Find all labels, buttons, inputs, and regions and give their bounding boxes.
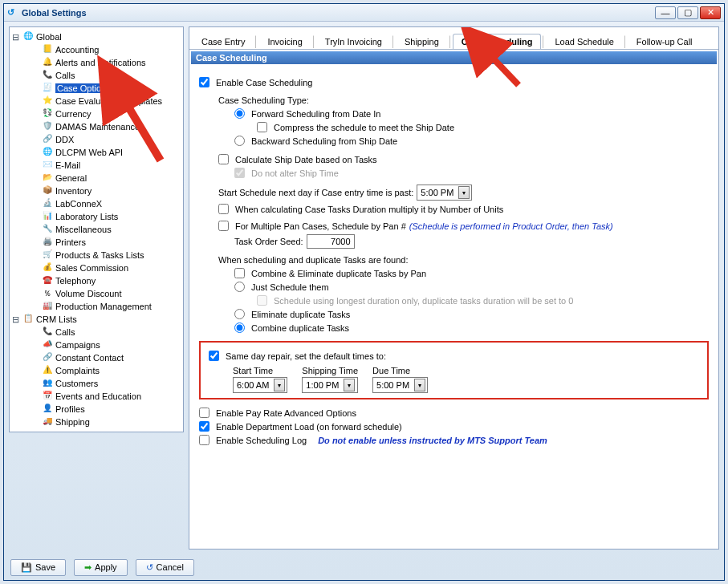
next-day-time-select[interactable]: 5:00 PM▾ [417, 185, 472, 201]
cancel-button[interactable]: ↺Cancel [136, 559, 194, 576]
apply-button[interactable]: ➡Apply [74, 559, 128, 576]
minimize-button[interactable]: — [655, 6, 676, 19]
section-header: Case Scheduling [191, 51, 717, 64]
expander-icon[interactable]: ⊟ [11, 32, 20, 43]
tree-item-label: Events and Education [55, 391, 141, 401]
tree-item-label: Calls [55, 71, 75, 80]
backward-scheduling-radio[interactable] [234, 136, 245, 146]
tree-item-icon: 📦 [42, 185, 53, 197]
tree-item-label: Laboratory Lists [55, 212, 118, 221]
just-schedule-radio[interactable] [234, 282, 245, 292]
due-time-select[interactable]: 5:00 PM▾ [372, 377, 428, 393]
tree-item[interactable]: 💱Currency [11, 107, 181, 120]
tree-item[interactable]: ☎️Telephony [11, 274, 181, 287]
tree-item[interactable]: 📒Accounting [11, 43, 181, 56]
tree-item-icon: 🏭 [42, 301, 53, 312]
same-day-repair-checkbox[interactable] [209, 351, 219, 361]
tree-item[interactable]: ✉️E-Mail [11, 159, 181, 172]
dropdown-icon[interactable]: ▾ [414, 379, 425, 391]
save-button[interactable]: 💾Save [10, 559, 66, 576]
tree-item-icon: ％ [42, 288, 53, 299]
tab-shipping[interactable]: Shipping [396, 34, 448, 49]
undo-icon: ↺ [146, 562, 153, 573]
multi-pan-checkbox[interactable] [218, 221, 229, 231]
enable-case-scheduling-checkbox[interactable] [199, 77, 209, 87]
tree-item-label: Inventory [55, 186, 92, 196]
tree-item[interactable]: 🖨️Printers [11, 236, 181, 249]
tree-item-label: Products & Tasks Lists [55, 250, 144, 260]
tree-item-label: Miscellaneous [55, 225, 112, 234]
tree-item[interactable]: 🧾Case Options [11, 82, 181, 95]
tree-item-icon: 🛡️ [42, 121, 53, 132]
tree-item[interactable]: 📦Inventory [11, 185, 181, 197]
multiply-by-units-checkbox[interactable] [218, 204, 229, 214]
scheduling-log-checkbox[interactable] [199, 435, 209, 445]
calc-ship-date-checkbox[interactable] [218, 154, 229, 164]
tab-invoicing[interactable]: Invoicing [258, 34, 311, 49]
shipping-time-select[interactable]: 1:00 PM▾ [302, 377, 358, 393]
tree-item-label: Sales Commission [55, 263, 128, 273]
tree-view[interactable]: ⊟🌐Global📒Accounting🔔Alerts and Notificat… [9, 26, 184, 432]
task-order-seed-input[interactable] [307, 234, 355, 249]
tab-case-scheduling[interactable]: Case Scheduling [453, 34, 542, 49]
combine-eliminate-by-pan-checkbox[interactable] [234, 268, 245, 278]
tree-item[interactable]: ⊟📋CRM Lists [11, 313, 181, 326]
tree-item[interactable]: 📞Calls [11, 69, 181, 82]
eliminate-duplicate-radio[interactable] [234, 309, 245, 319]
tree-item[interactable]: 📅Events and Education [11, 390, 181, 403]
tree-item[interactable]: 👤Profiles [11, 403, 181, 416]
tab-follow-up-call[interactable]: Follow-up Call [628, 34, 702, 49]
tree-item[interactable]: ⚠️Complaints [11, 364, 181, 377]
tree-item-label: General [55, 173, 87, 183]
tree-item-icon: 👤 [42, 404, 53, 415]
tree-item[interactable]: 🚚Shipping [11, 416, 181, 428]
tree-item[interactable]: ⊟🌐Global [11, 30, 181, 43]
tree-item[interactable]: 🌐DLCPM Web API [11, 146, 181, 159]
close-button[interactable]: ✕ [700, 6, 721, 19]
dropdown-icon[interactable]: ▾ [344, 379, 355, 391]
maximize-button[interactable]: ▢ [677, 6, 698, 19]
tree-item-icon: 📞 [42, 70, 53, 81]
tree-item[interactable]: 🏭Production Management [11, 300, 181, 313]
longest-duration-checkbox [257, 295, 267, 306]
expander-icon[interactable]: ⊟ [11, 314, 20, 325]
tree-item[interactable]: 📂General [11, 172, 181, 185]
tree-item[interactable]: 🛡️DAMAS Maintenance [11, 120, 181, 133]
forward-scheduling-radio[interactable] [234, 108, 245, 119]
tree-item[interactable]: 🔧Miscellaneous [11, 223, 181, 236]
footer-toolbar: 💾Save ➡Apply ↺Cancel [4, 554, 724, 580]
department-load-checkbox[interactable] [199, 421, 209, 432]
tree-item[interactable]: 🛒Products & Tasks Lists [11, 249, 181, 262]
tab-tryin-invoicing[interactable]: TryIn Invoicing [316, 34, 391, 49]
tree-item[interactable]: 🔔Alerts and Notifications [11, 56, 181, 69]
tree-item[interactable]: ％Volume Discount [11, 287, 181, 300]
tree-item[interactable]: 👥Customers [11, 377, 181, 390]
tab-load-schedule[interactable]: Load Schedule [546, 34, 622, 49]
dropdown-icon[interactable]: ▾ [274, 379, 285, 391]
tree-item[interactable]: 💰Sales Commission [11, 262, 181, 274]
tree-item-label: DAMAS Maintenance [55, 122, 140, 132]
pay-rate-advanced-checkbox[interactable] [199, 408, 209, 418]
tree-item[interactable]: 🔗Constant Contact [11, 351, 181, 364]
tree-item-label: Production Management [55, 302, 152, 311]
dropdown-icon[interactable]: ▾ [458, 186, 470, 199]
tab-case-entry[interactable]: Case Entry [193, 34, 254, 49]
tree-item-label: Alerts and Notifications [55, 58, 146, 67]
start-time-select[interactable]: 6:00 AM▾ [233, 377, 287, 393]
tree-item-icon: ☎️ [42, 275, 53, 286]
tree-item-label: Accounting [55, 45, 99, 55]
tree-item[interactable]: 📊Laboratory Lists [11, 210, 181, 223]
tree-item[interactable]: 🔗DDX [11, 133, 181, 146]
tree-item-icon: ✉️ [42, 160, 53, 171]
tree-item[interactable]: 📣Campaigns [11, 339, 181, 351]
tree-item-icon: ⚠️ [42, 365, 53, 376]
tree-item-label: Case Options [55, 83, 112, 93]
compress-schedule-checkbox[interactable] [257, 122, 267, 132]
label: Schedule using longest duration only, du… [274, 296, 573, 306]
tree-item[interactable]: 📞Calls [11, 326, 181, 339]
tree-item[interactable]: ⭐Case Evaluation Templates [11, 95, 181, 107]
tree-item[interactable]: 🔬LabConneX [11, 197, 181, 210]
scheduling-log-warning: Do not enable unless instructed by MTS S… [318, 436, 547, 445]
multi-pan-note: (Schedule is performed in Product Order,… [409, 221, 613, 231]
combine-duplicate-radio[interactable] [234, 322, 245, 333]
